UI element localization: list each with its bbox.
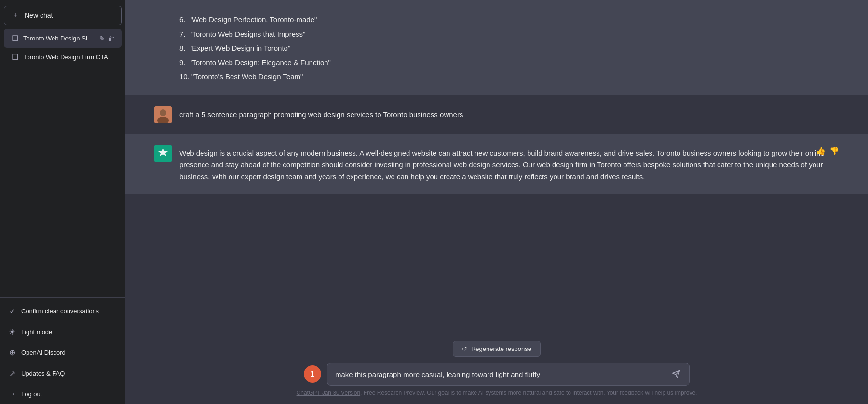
list-item: 10. "Toronto's Best Web Design Team"	[179, 70, 839, 83]
list-num: 8.	[179, 44, 186, 52]
user-number: 1	[311, 370, 315, 378]
chat-input-wrapper	[327, 363, 690, 386]
footer-desc: . Free Research Preview. Our goal is to …	[360, 390, 697, 396]
send-button[interactable]	[671, 369, 681, 379]
thumbs-up-icon[interactable]: 👍	[816, 145, 826, 157]
light-mode-label: Light mode	[21, 328, 52, 336]
plus-icon: +	[11, 11, 20, 20]
footer-text: ChatGPT Jan 30 Version. Free Research Pr…	[297, 390, 697, 400]
user-text-1: craft a 5 sentence paragraph promoting w…	[179, 110, 463, 119]
sidebar: + New chat ☐ Toronto Web Design SI ✎ 🗑 ☐…	[0, 0, 125, 404]
sidebar-item-chat1[interactable]: ☐ Toronto Web Design SI ✎ 🗑	[4, 29, 122, 48]
new-chat-label: New chat	[25, 12, 53, 19]
list-item: 7. "Toronto Web Designs that Impress"	[179, 28, 839, 40]
discord-icon: ⊕	[8, 348, 16, 357]
checkmark-icon: ✓	[8, 307, 16, 316]
thumbs-down-icon[interactable]: 👎	[829, 145, 839, 157]
list-item: 6. "Web Design Perfection, Toronto-made"	[179, 13, 839, 26]
chat-icon-2: ☐	[11, 53, 19, 62]
delete-icon-1[interactable]: 🗑	[108, 35, 115, 42]
user-number-badge: 1	[304, 365, 321, 383]
ai-message-text-1: Web design is a crucial aspect of any mo…	[179, 145, 839, 183]
discord-label: OpenAI Discord	[21, 349, 66, 356]
edit-icon-1[interactable]: ✎	[99, 35, 105, 42]
list-item: 8. "Expert Web Design in Toronto"	[179, 42, 839, 54]
sun-icon: ☀	[8, 327, 16, 337]
input-area: ↺ Regenerate response 1 ChatGPT Jan 30 V…	[125, 333, 868, 404]
list-num: 6.	[179, 15, 186, 24]
regenerate-label: Regenerate response	[471, 345, 531, 352]
list-num: 10.	[179, 72, 190, 81]
input-row: 1	[304, 363, 690, 386]
numbered-list-content: 6. "Web Design Perfection, Toronto-made"…	[179, 11, 839, 85]
updates-label: Updates & FAQ	[21, 370, 65, 377]
chat-label-2: Toronto Web Design Firm CTA	[23, 54, 115, 61]
list-item: 9. "Toronto Web Design: Elegance & Funct…	[179, 56, 839, 69]
sidebar-item-updates[interactable]: ↗ Updates & FAQ	[0, 363, 125, 384]
numbered-list: 6. "Web Design Perfection, Toronto-made"…	[179, 13, 839, 83]
sidebar-item-chat2[interactable]: ☐ Toronto Web Design Firm CTA	[4, 48, 122, 67]
confirm-clear-label: Confirm clear conversations	[21, 308, 99, 315]
chat-actions-1: ✎ 🗑	[99, 35, 115, 42]
send-icon	[672, 370, 680, 378]
regenerate-icon: ↺	[462, 345, 467, 352]
chat-input[interactable]	[335, 370, 666, 378]
sidebar-item-discord[interactable]: ⊕ OpenAI Discord	[0, 342, 125, 363]
sidebar-item-logout[interactable]: → Log out	[0, 384, 125, 404]
feedback-icons: 👍 👎	[816, 145, 839, 157]
user-message-1: craft a 5 sentence paragraph promoting w…	[125, 95, 868, 134]
sidebar-spacer	[0, 67, 125, 295]
user-avatar	[154, 106, 172, 123]
svg-point-1	[160, 109, 166, 116]
external-link-icon: ↗	[8, 369, 16, 378]
main-content: 6. "Web Design Perfection, Toronto-made"…	[125, 0, 868, 404]
ai-text-1: Web design is a crucial aspect of any mo…	[179, 149, 825, 181]
logout-icon: →	[8, 390, 16, 398]
ai-message-1: Web design is a crucial aspect of any mo…	[125, 134, 868, 194]
chat-list: ☐ Toronto Web Design SI ✎ 🗑 ☐ Toronto We…	[0, 29, 125, 67]
sidebar-item-confirm-clear[interactable]: ✓ Confirm clear conversations	[0, 301, 125, 322]
chat-icon-1: ☐	[11, 34, 19, 43]
sidebar-divider	[0, 297, 125, 298]
chat-area: 6. "Web Design Perfection, Toronto-made"…	[125, 0, 868, 333]
list-num: 9.	[179, 58, 186, 67]
user-message-text-1: craft a 5 sentence paragraph promoting w…	[179, 106, 839, 121]
regenerate-button[interactable]: ↺ Regenerate response	[453, 341, 541, 357]
logout-label: Log out	[21, 391, 42, 398]
footer-version-link[interactable]: ChatGPT Jan 30 Version	[297, 390, 361, 396]
ai-avatar	[154, 145, 172, 162]
sidebar-item-light-mode[interactable]: ☀ Light mode	[0, 322, 125, 342]
chat-label-1: Toronto Web Design SI	[23, 35, 95, 42]
message-numbered-list: 6. "Web Design Perfection, Toronto-made"…	[125, 0, 868, 95]
list-num: 7.	[179, 30, 186, 38]
new-chat-button[interactable]: + New chat	[4, 6, 122, 25]
